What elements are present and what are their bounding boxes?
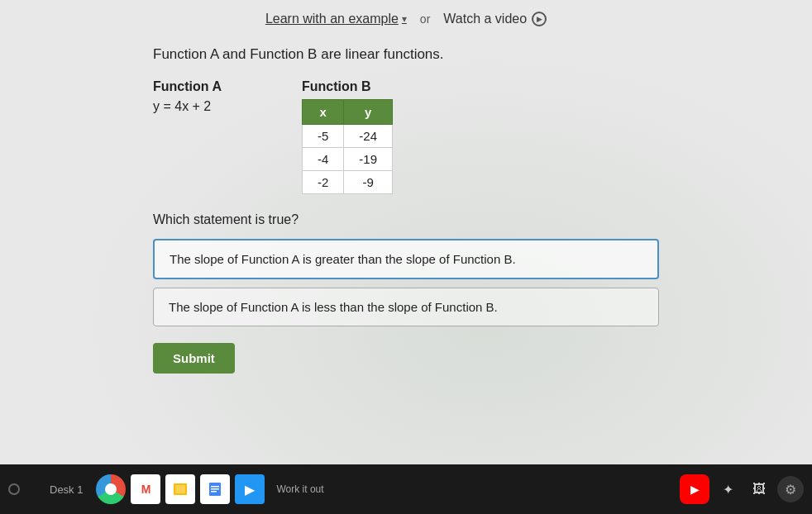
watch-video-text: Watch a video xyxy=(443,12,527,26)
gmail-icon[interactable]: M xyxy=(131,474,160,504)
table-header-y: y xyxy=(344,100,393,125)
function-b-table: x y -5-24-4-19-2-9 xyxy=(302,99,393,194)
table-cell-y: -19 xyxy=(344,148,393,171)
table-cell-x: -2 xyxy=(303,171,344,194)
table-row: -4-19 xyxy=(303,148,393,171)
desk-label: Desk 1 xyxy=(50,483,83,496)
content-area: Function A and Function B are linear fun… xyxy=(0,38,812,390)
taskbar-right-icons: ▶ ✦ 🖼 ⚙ xyxy=(680,474,804,504)
play-button-icon[interactable]: ▶ xyxy=(235,474,265,504)
youtube-icon[interactable]: ▶ xyxy=(680,474,709,504)
learn-with-example-link[interactable]: Learn with an example ▾ xyxy=(265,12,407,26)
chrome-icon[interactable] xyxy=(96,474,126,504)
work-it-out-text: Work it out xyxy=(276,483,323,495)
answer-option-1[interactable]: The slope of Function A is greater than … xyxy=(153,239,659,279)
function-b-section: Function B x y -5-24-4-19-2-9 xyxy=(302,79,393,194)
function-a-label: Function A xyxy=(153,79,269,94)
main-content-area: Learn with an example ▾ or Watch a video… xyxy=(0,0,812,464)
watch-video-link[interactable]: Watch a video ▶ xyxy=(443,12,547,26)
star-icon[interactable]: ✦ xyxy=(714,476,741,502)
taskbar: Desk 1 M ▶ Work it out ▶ ✦ 🖼 ⚙ xyxy=(0,464,812,514)
chevron-down-icon: ▾ xyxy=(402,13,407,25)
function-a-section: Function A y = 4x + 2 xyxy=(153,79,269,114)
or-separator: or xyxy=(420,12,430,26)
table-row: -5-24 xyxy=(303,125,393,148)
submit-button[interactable]: Submit xyxy=(153,343,235,374)
gear-icon[interactable]: ⚙ xyxy=(777,476,804,502)
circle-indicator xyxy=(8,483,20,495)
function-a-equation: y = 4x + 2 xyxy=(153,99,269,114)
intro-text: Function A and Function B are linear fun… xyxy=(153,46,659,63)
table-cell-x: -5 xyxy=(303,125,344,148)
question-text: Which statement is true? xyxy=(153,212,659,227)
table-header-x: x xyxy=(303,100,344,125)
function-b-label: Function B xyxy=(302,79,393,94)
top-bar: Learn with an example ▾ or Watch a video… xyxy=(0,0,812,38)
svg-rect-5 xyxy=(211,491,217,493)
table-cell-y: -9 xyxy=(344,171,393,194)
docs-icon[interactable] xyxy=(200,474,230,504)
svg-rect-4 xyxy=(211,488,219,490)
svg-rect-1 xyxy=(175,485,185,493)
table-cell-x: -4 xyxy=(303,148,344,171)
table-row: -2-9 xyxy=(303,171,393,194)
svg-rect-3 xyxy=(211,486,219,488)
play-icon: ▶ xyxy=(532,12,547,26)
picture-icon[interactable]: 🖼 xyxy=(746,476,772,502)
functions-row: Function A y = 4x + 2 Function B x y -5-… xyxy=(153,79,659,194)
learn-with-example-text: Learn with an example xyxy=(265,12,399,26)
table-cell-y: -24 xyxy=(344,125,393,148)
slides-icon[interactable] xyxy=(165,474,195,504)
answer-option-2[interactable]: The slope of Function A is less than the… xyxy=(153,288,659,326)
answers-container: The slope of Function A is greater than … xyxy=(153,239,659,326)
